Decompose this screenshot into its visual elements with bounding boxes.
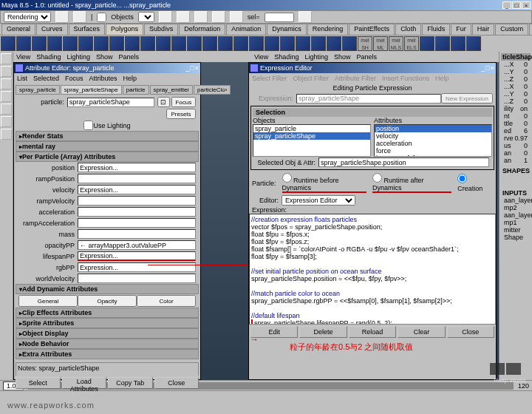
channel-row[interactable]: ...Y0	[502, 90, 529, 98]
channel-row[interactable]: ...Z0	[502, 98, 529, 105]
viewport-menu-item[interactable]: Lighting	[304, 53, 328, 61]
icon-button[interactable]	[55, 11, 69, 23]
icon-button[interactable]	[159, 11, 172, 23]
channel-row[interactable]: ttle0	[502, 120, 529, 127]
ae-button[interactable]: Select	[16, 377, 61, 389]
shelf-tab[interactable]: General	[1, 24, 35, 35]
shelf-icon[interactable]	[233, 36, 248, 51]
shelf-icon[interactable]	[218, 36, 233, 51]
channel-row[interactable]: an0	[502, 149, 529, 157]
ee-button[interactable]: Close	[447, 326, 494, 338]
viewport-menu-item[interactable]: Show	[334, 53, 351, 61]
selobjattr-input[interactable]	[318, 157, 489, 167]
ee-menu-item[interactable]: Insert Functions	[382, 75, 429, 82]
shelf-tab[interactable]: Deformation	[179, 24, 225, 35]
shelf-icon[interactable]	[420, 36, 434, 51]
new-expr-button[interactable]: New Expression	[441, 93, 493, 104]
ee-maximize-button[interactable]: □	[485, 64, 489, 72]
shelf-icon[interactable]	[342, 36, 357, 51]
shelf-icon[interactable]	[451, 36, 466, 51]
objects-list[interactable]: spray_particlespray_particleShape	[253, 124, 371, 157]
shelf-icon[interactable]	[311, 36, 326, 51]
attr-input[interactable]	[78, 251, 196, 261]
shelf-tab[interactable]: Hair	[472, 24, 495, 35]
ee-menu-item[interactable]: Attribute Filter	[335, 75, 376, 82]
shelf-tab[interactable]: Dynamics	[267, 24, 307, 35]
attr-input[interactable]	[78, 196, 196, 206]
attr-input[interactable]	[78, 274, 196, 283]
viewport-menu-item[interactable]: Shading	[274, 53, 299, 61]
ae-button[interactable]: Close	[154, 377, 200, 389]
channel-row[interactable]: rve0.97	[502, 135, 529, 142]
shelf-tab[interactable]: Curves	[36, 24, 68, 35]
rotate-tool-icon[interactable]	[1, 91, 12, 102]
attribute-item[interactable]: position	[375, 125, 491, 132]
section-extra[interactable]: Extra Attributes	[16, 349, 199, 359]
ae-button[interactable]: Copy Tab	[108, 377, 153, 389]
shelf-icon[interactable]	[140, 36, 155, 51]
shelf-icon[interactable]	[171, 36, 186, 51]
shelf-tab[interactable]: Subdivs	[144, 24, 178, 35]
ae-tab[interactable]: spray_particle	[16, 85, 60, 95]
shelf-icon[interactable]	[156, 36, 171, 51]
ae-menu-item[interactable]: Help	[123, 75, 137, 82]
section-objdisp[interactable]: Object Display	[16, 328, 199, 339]
input-node[interactable]: aan_layer	[502, 211, 529, 219]
ee-button[interactable]: Clear	[398, 326, 445, 338]
ae-menu-item[interactable]: List	[17, 75, 27, 82]
ae-close-button[interactable]: ×	[195, 64, 199, 72]
ee-button[interactable]: Reload	[349, 326, 396, 338]
last-tool-icon[interactable]	[1, 129, 12, 140]
input-node[interactable]: Shape	[502, 234, 529, 241]
attribute-item[interactable]: force	[375, 147, 491, 155]
ee-menu-item[interactable]: Select Filter	[252, 75, 287, 82]
focus-button[interactable]: Focus	[171, 97, 196, 107]
connection-icon[interactable]: ⊡	[157, 97, 170, 107]
shelf-icon[interactable]	[327, 36, 341, 51]
mel-icon[interactable]: mel MLS	[389, 36, 403, 51]
ae-menu-item[interactable]: Attributes	[89, 75, 117, 82]
ae-tab[interactable]: spray_emitter	[150, 85, 193, 95]
channel-row[interactable]: ed6	[502, 127, 529, 135]
select-tool-icon[interactable]	[1, 53, 12, 64]
dyn-button[interactable]: General	[18, 295, 78, 307]
icon-button[interactable]	[230, 11, 243, 23]
shelf-icon[interactable]	[16, 36, 31, 51]
attr-input[interactable]	[78, 262, 196, 272]
ee-menu-item[interactable]: Help	[435, 75, 449, 82]
channel-row[interactable]: ...X0	[502, 83, 529, 90]
ae-maximize-button[interactable]: □	[190, 64, 194, 72]
creation-radio[interactable]	[457, 174, 467, 183]
objects-check[interactable]	[97, 13, 106, 22]
shelf-icon[interactable]	[265, 36, 279, 51]
input-node[interactable]: mp2	[502, 204, 529, 211]
object-item[interactable]: spray_particleShape	[253, 132, 370, 140]
attribute-item[interactable]: acceleration	[375, 140, 491, 147]
shelf-icon[interactable]	[1, 36, 16, 51]
viewport-menu-item[interactable]: Show	[96, 53, 113, 61]
channel-row[interactable]: ...X0	[502, 61, 529, 68]
section-render-stats[interactable]: Render Stats	[16, 131, 199, 141]
attribute-item[interactable]: velocity	[375, 132, 491, 140]
presets-button[interactable]: Presets	[166, 109, 196, 119]
mel-icon[interactable]: mel ML	[373, 36, 388, 51]
channel-row[interactable]: ilityon	[502, 105, 529, 112]
objects-combo[interactable]	[138, 12, 154, 22]
channel-row[interactable]: ...Y0	[502, 68, 529, 75]
expression-textarea[interactable]: //creation expression floats particlesve…	[249, 214, 496, 325]
icon-button[interactable]	[177, 11, 190, 23]
shelf-icon[interactable]	[78, 36, 93, 51]
ee-minimize-button[interactable]: _	[481, 64, 485, 72]
attr-input[interactable]	[78, 185, 196, 194]
show-manip-icon[interactable]	[1, 116, 12, 127]
shelf-icon[interactable]	[94, 36, 109, 51]
attr-input[interactable]	[78, 207, 196, 217]
viewport-menu-item[interactable]: View	[254, 53, 268, 61]
runtime-before-radio[interactable]	[282, 173, 292, 183]
mel-icon[interactable]: mel ELS	[404, 36, 419, 51]
exprname-input[interactable]	[296, 94, 441, 104]
section-clipfx[interactable]: Clip Effects Attributes	[16, 308, 199, 318]
shelf-icon[interactable]	[296, 36, 310, 51]
scale-tool-icon[interactable]	[1, 104, 12, 115]
ae-menu-item[interactable]: Focus	[65, 75, 83, 82]
